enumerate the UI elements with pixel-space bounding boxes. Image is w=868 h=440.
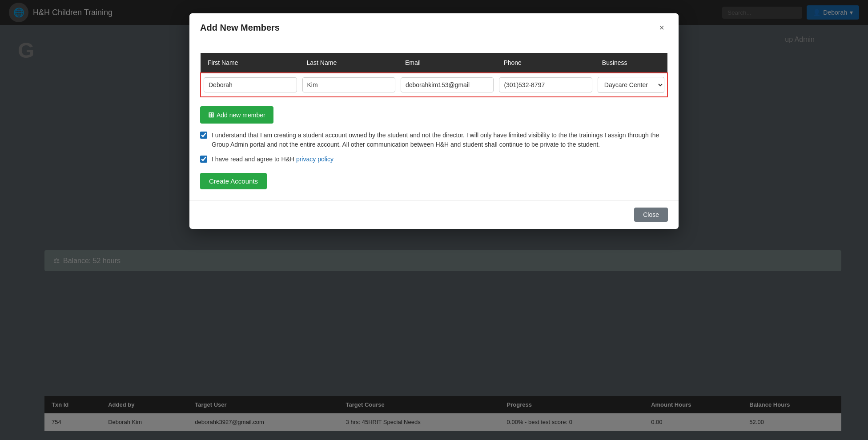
modal-footer: Close — [189, 200, 679, 229]
plus-icon: ⊞ — [208, 111, 214, 119]
members-table: First Name Last Name Email Phone Busines… — [200, 53, 668, 97]
privacy-policy-link[interactable]: privacy policy — [296, 156, 334, 163]
close-button[interactable]: Close — [634, 208, 668, 222]
col-business: Business — [595, 53, 667, 73]
first-name-input[interactable] — [204, 77, 297, 92]
modal-body: First Name Last Name Email Phone Busines… — [189, 42, 679, 200]
business-select[interactable]: Daycare Center School Other — [598, 77, 664, 93]
modal-header: Add New Members × — [189, 13, 679, 42]
modal-close-button[interactable]: × — [655, 21, 668, 34]
consent-checkbox[interactable] — [200, 132, 207, 139]
consent-checkbox-row: I understand that I am creating a studen… — [200, 131, 668, 149]
members-table-header: First Name Last Name Email Phone Busines… — [201, 53, 667, 73]
last-name-input[interactable] — [302, 77, 395, 92]
modal-title: Add New Members — [200, 23, 280, 33]
email-input[interactable] — [401, 77, 494, 92]
col-last-name: Last Name — [300, 53, 398, 73]
add-members-modal: Add New Members × First Name Last Name E… — [189, 13, 679, 229]
add-new-member-button[interactable]: ⊞ Add new member — [200, 106, 273, 124]
member-row: Daycare Center School Other — [201, 73, 667, 97]
col-first-name: First Name — [201, 53, 300, 73]
privacy-checkbox[interactable] — [200, 156, 207, 163]
modal-overlay: Add New Members × First Name Last Name E… — [0, 0, 868, 440]
business-cell: Daycare Center School Other — [595, 73, 667, 97]
phone-cell — [496, 73, 595, 97]
col-phone: Phone — [496, 53, 595, 73]
email-cell — [398, 73, 496, 97]
privacy-checkbox-row: I have read and agree to H&H privacy pol… — [200, 155, 668, 164]
phone-input[interactable] — [499, 77, 592, 92]
create-accounts-button[interactable]: Create Accounts — [200, 173, 267, 189]
consent-text: I understand that I am creating a studen… — [212, 131, 668, 149]
first-name-cell — [201, 73, 300, 97]
privacy-label: I have read and agree to H&H privacy pol… — [212, 155, 334, 164]
col-email: Email — [398, 53, 496, 73]
last-name-cell — [300, 73, 398, 97]
add-member-label: Add new member — [217, 112, 265, 119]
